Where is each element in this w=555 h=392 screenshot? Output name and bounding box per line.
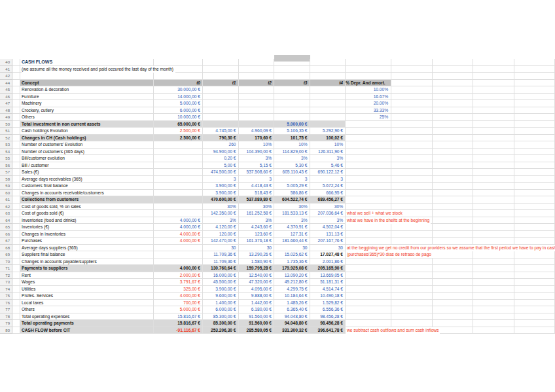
cell-75-t4[interactable]: 10.490,18 € bbox=[310, 293, 346, 300]
cell-52-t0[interactable]: 2.500,00 € bbox=[154, 135, 203, 142]
cell-45-a[interactable] bbox=[12, 86, 20, 94]
cell-69-x2[interactable] bbox=[433, 251, 474, 258]
cell-47-x2[interactable] bbox=[433, 100, 474, 107]
cell-79-x3[interactable] bbox=[473, 320, 514, 327]
cell-74-t2[interactable]: 4.095,00 € bbox=[239, 286, 275, 293]
cell-48-t4[interactable] bbox=[310, 107, 346, 115]
cell-56-t0[interactable] bbox=[154, 162, 203, 169]
cell-49-t0[interactable]: 10.000,00 € bbox=[154, 114, 203, 121]
cell-46-t3[interactable] bbox=[274, 94, 310, 101]
cell-51-t2[interactable]: 4.960,09 € bbox=[239, 128, 275, 135]
cell-50-t0[interactable]: 65.000,00 € bbox=[154, 121, 203, 128]
cell-78-depr[interactable] bbox=[346, 313, 391, 321]
cell-45-x1[interactable] bbox=[391, 86, 433, 94]
cell-69-t0[interactable] bbox=[154, 251, 203, 258]
row-header-61[interactable]: 61 bbox=[0, 196, 12, 204]
cell-57-depr[interactable] bbox=[346, 169, 391, 176]
cell-70-x4[interactable] bbox=[514, 258, 555, 266]
cell-78-t3[interactable]: 94.048,80 € bbox=[274, 313, 310, 321]
cell-52-a[interactable] bbox=[12, 135, 20, 142]
cell-66-x3[interactable] bbox=[473, 231, 514, 238]
cell-77-label[interactable]: Others bbox=[20, 306, 154, 313]
cell-73-t0[interactable]: 3.791,67 € bbox=[154, 279, 203, 286]
cell-54-t1[interactable]: 94.900,00 € bbox=[203, 149, 239, 156]
cell-69-t3[interactable]: 15.025,62 € bbox=[274, 251, 310, 258]
cell-73-x3[interactable] bbox=[473, 279, 514, 286]
cell-44-x2[interactable] bbox=[433, 80, 474, 87]
cell-71-depr[interactable] bbox=[346, 265, 391, 272]
cell-53-t1[interactable]: 260 bbox=[203, 141, 239, 149]
cell-42-t4[interactable] bbox=[310, 73, 346, 80]
cell-56-label[interactable]: Bill / customer bbox=[20, 162, 154, 169]
row-header-57[interactable]: 57 bbox=[0, 169, 12, 176]
cell-63-t1[interactable]: 142.350,00 € bbox=[203, 210, 239, 217]
cell-66-x1[interactable] bbox=[391, 231, 433, 238]
cell-65-x1[interactable] bbox=[391, 224, 433, 231]
cell-60-a[interactable] bbox=[12, 190, 20, 197]
cell-41-x4[interactable] bbox=[514, 66, 555, 73]
cell-69-a[interactable] bbox=[12, 251, 20, 258]
cell-54-depr[interactable] bbox=[346, 149, 391, 156]
cell-71-t4[interactable]: 205.165,90 € bbox=[310, 265, 346, 272]
cell-46-x1[interactable] bbox=[391, 94, 433, 101]
cell-69-label[interactable]: Suppliers final balance bbox=[20, 251, 154, 258]
row-header-76[interactable]: 76 bbox=[0, 300, 12, 307]
cell-52-t2[interactable]: 170,60 € bbox=[239, 135, 275, 142]
cell-60-t0[interactable] bbox=[154, 190, 203, 197]
row-header-79[interactable]: 79 bbox=[0, 320, 12, 327]
cell-79-x2[interactable] bbox=[433, 320, 474, 327]
cell-46-t2[interactable] bbox=[239, 94, 275, 101]
cell-53-t0[interactable] bbox=[154, 141, 203, 149]
cell-79-depr[interactable] bbox=[346, 320, 391, 327]
cell-59-t0[interactable] bbox=[154, 183, 203, 190]
cell-73-x4[interactable] bbox=[514, 279, 555, 286]
cell-71-t0[interactable]: 4.000,00 € bbox=[154, 265, 203, 272]
cell-40-t4[interactable] bbox=[310, 59, 346, 66]
row-header-59[interactable]: 59 bbox=[0, 183, 12, 190]
cell-80-depr[interactable]: we subtract cash outflows and sum cash i… bbox=[346, 327, 391, 334]
cell-41-x2[interactable] bbox=[433, 66, 474, 73]
cell-75-t1[interactable]: 9.600,00 € bbox=[203, 293, 239, 300]
cell-68-t2[interactable]: 30 bbox=[239, 245, 275, 252]
cell-54-x4[interactable] bbox=[514, 149, 555, 156]
cell-44-x1[interactable] bbox=[391, 80, 433, 87]
cell-64-label[interactable]: Inventories (food and drinks) bbox=[20, 217, 154, 224]
row-header-40[interactable]: 40 bbox=[0, 59, 12, 66]
cell-52-x2[interactable] bbox=[433, 135, 474, 142]
cell-65-label[interactable]: Inventories (€) bbox=[20, 224, 154, 231]
cell-79-t4[interactable]: 98.456,28 € bbox=[310, 320, 346, 327]
cell-59-x2[interactable] bbox=[433, 183, 474, 190]
cell-66-x4[interactable] bbox=[514, 231, 555, 238]
cell-63-label[interactable]: Cost of goods sold (€) bbox=[20, 210, 154, 217]
cell-58-t0[interactable] bbox=[154, 176, 203, 183]
cell-73-t3[interactable]: 49.212,80 € bbox=[274, 279, 310, 286]
cell-50-t3[interactable]: 5.000,00 € bbox=[274, 121, 310, 128]
cell-47-depr[interactable]: 20.00% bbox=[346, 100, 391, 107]
cell-70-x3[interactable] bbox=[473, 258, 514, 266]
cell-55-x4[interactable] bbox=[514, 155, 555, 162]
cell-69-x3[interactable] bbox=[473, 251, 514, 258]
cell-69-t2[interactable]: 13.290,26 € bbox=[239, 251, 275, 258]
cell-49-depr[interactable]: 25% bbox=[346, 114, 391, 121]
cell-79-t2[interactable]: 91.560,00 € bbox=[239, 320, 275, 327]
cell-56-t2[interactable]: 5,15 € bbox=[239, 162, 275, 169]
cell-61-depr[interactable] bbox=[346, 196, 391, 204]
cell-47-t0[interactable]: 5.000,00 € bbox=[154, 100, 203, 107]
cell-60-t1[interactable]: 3.900,00 € bbox=[203, 190, 239, 197]
cell-76-x3[interactable] bbox=[473, 300, 514, 307]
cell-74-t4[interactable]: 4.514,74 € bbox=[310, 286, 346, 293]
cell-78-x2[interactable] bbox=[433, 313, 474, 321]
cell-80-a[interactable] bbox=[12, 327, 20, 334]
row-header-62[interactable]: 62 bbox=[0, 204, 12, 211]
cell-67-depr[interactable] bbox=[346, 238, 391, 245]
cell-54-a[interactable] bbox=[12, 149, 20, 156]
cell-61-t1[interactable]: 470.600,00 € bbox=[203, 196, 239, 204]
cell-42-a[interactable] bbox=[12, 73, 20, 80]
cell-65-t4[interactable]: 4.502,04 € bbox=[310, 224, 346, 231]
cell-40-x2[interactable] bbox=[433, 59, 474, 66]
cell-71-x3[interactable] bbox=[473, 265, 514, 272]
cell-67-label[interactable]: Purchases bbox=[20, 238, 154, 245]
cell-60-x3[interactable] bbox=[473, 190, 514, 197]
cell-60-x2[interactable] bbox=[433, 190, 474, 197]
cell-77-t1[interactable]: 6.000,00 € bbox=[203, 306, 239, 313]
